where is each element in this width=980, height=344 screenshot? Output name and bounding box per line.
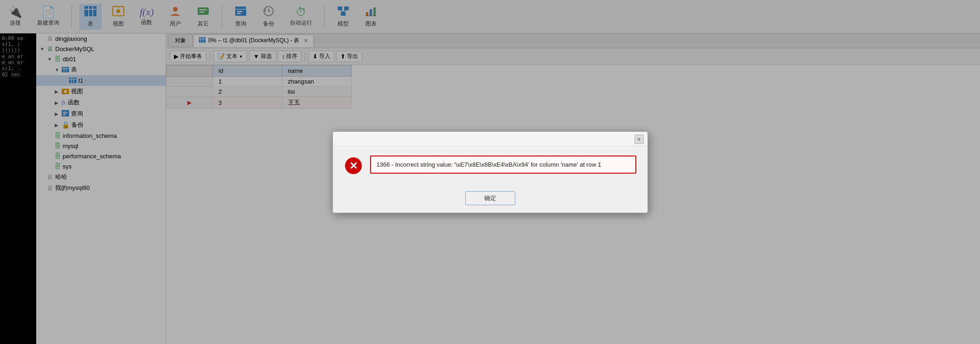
modal-close-button[interactable]: ×: [634, 135, 644, 144]
ok-button-label: 确定: [484, 195, 496, 201]
modal-body: ✕ 1366 - Incorrect string value: '\xE7\x…: [333, 146, 647, 187]
modal-titlebar: ×: [333, 132, 647, 146]
error-icon: ✕: [344, 156, 363, 179]
modal-overlay[interactable]: × ✕ 1366 - Incorrect string value: '\xE7…: [0, 0, 980, 344]
modal-ok-button[interactable]: 确定: [465, 191, 515, 205]
close-icon: ×: [637, 136, 641, 143]
error-dialog: × ✕ 1366 - Incorrect string value: '\xE7…: [333, 131, 648, 213]
modal-footer: 确定: [333, 187, 647, 213]
error-message: 1366 - Incorrect string value: '\xE7\x8E…: [370, 156, 636, 174]
svg-text:✕: ✕: [349, 160, 358, 172]
